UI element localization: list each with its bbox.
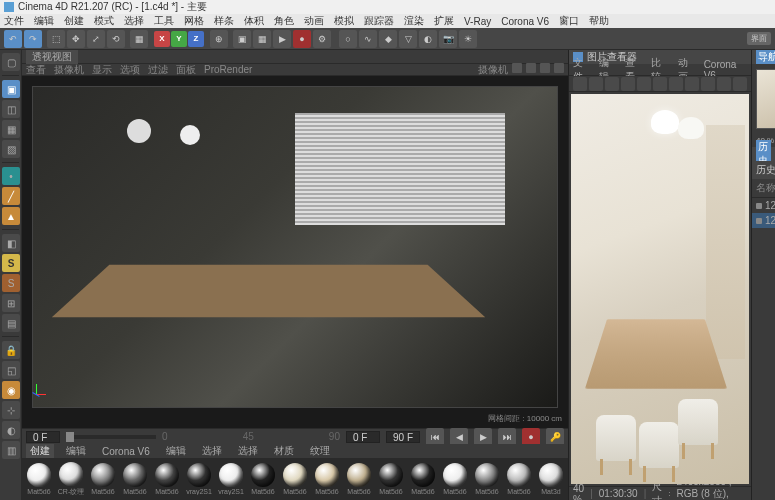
edge-mode-tool[interactable]: ╱ [2, 187, 20, 205]
quantize-tool[interactable]: ▤ [2, 314, 20, 332]
menu-item-5[interactable]: 工具 [154, 14, 174, 28]
history-row[interactable]: 12.png00:00.0 [752, 198, 775, 213]
pv-filter-button[interactable] [669, 77, 683, 91]
snap-settings-tool[interactable]: S [2, 274, 20, 292]
axis-y-toggle[interactable]: Y [171, 31, 187, 47]
material-swatch[interactable]: Mat5d6 [88, 463, 118, 495]
menu-item-3[interactable]: 模式 [94, 14, 114, 28]
vp-max-icon[interactable] [554, 63, 564, 73]
material-swatch[interactable]: Mat3d [536, 463, 566, 495]
primitive-generator[interactable]: ◆ [379, 30, 397, 48]
live-select-tool[interactable]: ⬚ [47, 30, 65, 48]
play-start-button[interactable]: ⏮ [426, 428, 444, 446]
render-active-button[interactable]: ● [293, 30, 311, 48]
menu-item-8[interactable]: 体积 [244, 14, 264, 28]
pv-ab-button[interactable] [653, 77, 667, 91]
vp-zoom-icon[interactable] [540, 63, 550, 73]
menu-item-15[interactable]: V-Ray [464, 16, 491, 27]
menu-item-7[interactable]: 样条 [214, 14, 234, 28]
viewport-menu-3[interactable]: 选项 [120, 63, 140, 77]
pv-save-button[interactable] [589, 77, 603, 91]
recent-tools[interactable]: ▦ [130, 30, 148, 48]
pv-fullscreen-button[interactable] [701, 77, 715, 91]
pv-open-button[interactable] [573, 77, 587, 91]
menu-item-11[interactable]: 模拟 [334, 14, 354, 28]
menu-item-1[interactable]: 编辑 [34, 14, 54, 28]
render-view-button[interactable]: ▣ [233, 30, 251, 48]
animation-mode-tool[interactable]: ◐ [2, 421, 20, 439]
material-swatch[interactable]: Mat5d6 [280, 463, 310, 495]
undo-button[interactable]: ↶ [4, 30, 22, 48]
material-swatch[interactable]: vray2S1 [184, 463, 214, 495]
material-swatch[interactable]: Mat5d6 [24, 463, 54, 495]
workplane-snap-tool[interactable]: ⊞ [2, 294, 20, 312]
primitive-light[interactable]: ☀ [459, 30, 477, 48]
move-tool[interactable]: ✥ [67, 30, 85, 48]
material-tab-4[interactable]: 选择 [198, 444, 226, 458]
viewport-menu-0[interactable]: 查看 [26, 63, 46, 77]
material-tab-1[interactable]: 编辑 [62, 444, 90, 458]
viewport-menu-1[interactable]: 摄像机 [54, 63, 84, 77]
render-region-button[interactable]: ▦ [253, 30, 271, 48]
material-swatch[interactable]: Mat5d6 [248, 463, 278, 495]
model-mode-tool[interactable]: ▣ [2, 80, 20, 98]
primitive-field[interactable]: ◐ [419, 30, 437, 48]
material-swatch[interactable]: Mat5d6 [408, 463, 438, 495]
viewport-menu-6[interactable]: ProRender [204, 64, 252, 75]
material-tab-5[interactable]: 选择 [234, 444, 262, 458]
menu-item-0[interactable]: 文件 [4, 14, 24, 28]
coord-system-button[interactable]: ⊕ [210, 30, 228, 48]
timeline-cur-field[interactable]: 0 F [346, 431, 380, 443]
navigator-thumbnail[interactable] [756, 69, 775, 129]
menu-item-17[interactable]: 窗口 [559, 14, 579, 28]
primitive-null[interactable]: ○ [339, 30, 357, 48]
vp-nav-icon[interactable] [512, 63, 522, 73]
pv-play-button[interactable] [605, 77, 619, 91]
material-swatch[interactable]: Mat5d6 [504, 463, 534, 495]
perspective-viewport[interactable]: 网格间距 : 10000 cm [22, 76, 568, 428]
pv-histogram-button[interactable] [685, 77, 699, 91]
material-swatch[interactable]: Mat5d6 [344, 463, 374, 495]
make-editable-tool[interactable]: ▢ [2, 53, 20, 71]
render-settings-button[interactable]: ⚙ [313, 30, 331, 48]
viewport-menu-4[interactable]: 过滤 [148, 63, 168, 77]
viewport-solo-tool[interactable]: ◉ [2, 381, 20, 399]
axis-z-toggle[interactable]: Z [188, 31, 204, 47]
material-tab-3[interactable]: 编辑 [162, 444, 190, 458]
history-row[interactable]: 12.png01:30.3 [752, 213, 775, 228]
primitive-deformer[interactable]: ▽ [399, 30, 417, 48]
menu-item-6[interactable]: 网格 [184, 14, 204, 28]
rotate-tool[interactable]: ⟲ [107, 30, 125, 48]
material-swatch[interactable]: CR-纹理 [56, 462, 86, 497]
scale-tool[interactable]: ⤢ [87, 30, 105, 48]
tweak-tool[interactable]: ◧ [2, 234, 20, 252]
axis-center-tool[interactable]: ⊹ [2, 401, 20, 419]
pv-compare-button[interactable] [637, 77, 651, 91]
menu-item-10[interactable]: 动画 [304, 14, 324, 28]
play-button[interactable]: ▶ [474, 428, 492, 446]
uv-poly-tool[interactable]: ▥ [2, 441, 20, 459]
menu-item-18[interactable]: 帮助 [589, 14, 609, 28]
material-swatch[interactable]: Mat5d6 [120, 463, 150, 495]
vp-move-icon[interactable] [526, 63, 536, 73]
timeline-slider[interactable] [66, 435, 156, 439]
axis-x-toggle[interactable]: X [154, 31, 170, 47]
material-tab-0[interactable]: 创建 [26, 444, 54, 458]
material-swatch[interactable]: Mat5d6 [152, 463, 182, 495]
play-next-button[interactable]: ⏭ [498, 428, 516, 446]
viewport-tab-perspective[interactable]: 透视视图 [26, 50, 78, 64]
material-tab-7[interactable]: 纹理 [306, 444, 334, 458]
pv-channel-button[interactable] [733, 77, 747, 91]
material-swatch[interactable]: Mat5d6 [440, 463, 470, 495]
material-swatch[interactable]: Mat5d6 [472, 463, 502, 495]
menu-item-13[interactable]: 渲染 [404, 14, 424, 28]
material-tab-6[interactable]: 材质 [270, 444, 298, 458]
timeline-start-field[interactable]: 0 F [26, 431, 60, 443]
pv-stop-button[interactable] [621, 77, 635, 91]
record-key-button[interactable]: ● [522, 428, 540, 446]
material-swatch[interactable]: Mat5d6 [376, 463, 406, 495]
poly-mode-tool[interactable]: ▲ [2, 207, 20, 225]
menu-item-2[interactable]: 创建 [64, 14, 84, 28]
layout-selector[interactable]: 界面 [747, 32, 771, 45]
object-mode-tool[interactable]: ◫ [2, 100, 20, 118]
